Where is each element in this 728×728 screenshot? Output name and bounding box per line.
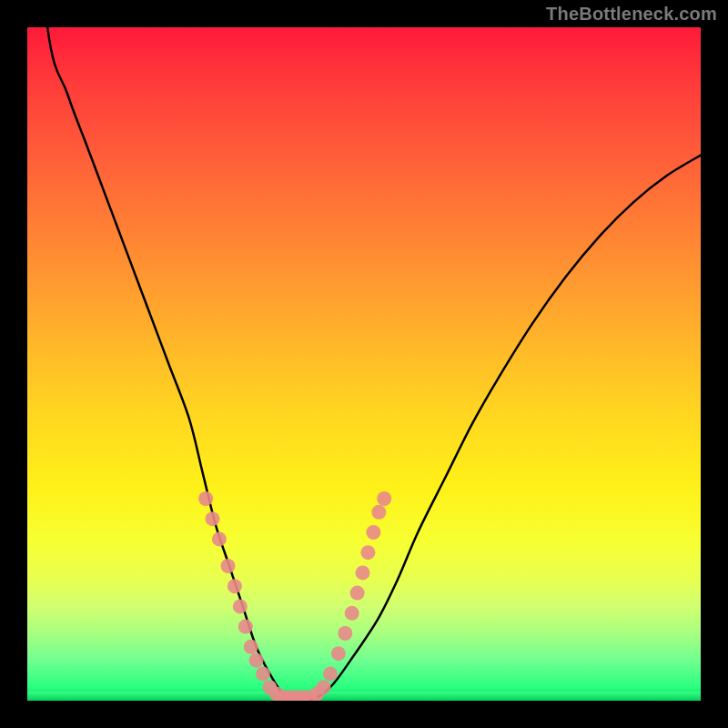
highlight-dot (256, 666, 270, 681)
bottleneck-curve-svg (27, 27, 701, 701)
highlight-dot (244, 640, 258, 654)
highlight-dot (366, 525, 380, 540)
highlight-dot (233, 599, 248, 613)
highlight-dot (198, 491, 213, 506)
highlight-dot (350, 586, 365, 601)
highlight-dot (345, 606, 359, 621)
highlight-dot (331, 646, 346, 661)
highlight-dot (238, 620, 253, 634)
highlight-dot (317, 680, 331, 694)
highlight-dot (249, 653, 264, 668)
highlight-dot (221, 559, 236, 573)
watermark-text: TheBottleneck.com (546, 4, 717, 25)
highlight-dot (360, 545, 375, 560)
highlight-dot (323, 666, 338, 681)
highlight-dot (356, 565, 370, 580)
highlight-dot (377, 491, 391, 506)
highlight-dot (338, 626, 352, 641)
highlight-dot (228, 579, 242, 593)
highlight-dots-group (198, 491, 391, 701)
highlight-dot (371, 505, 386, 520)
highlight-dot (206, 511, 220, 526)
plot-area (27, 27, 701, 701)
bottleneck-curve-path (27, 27, 701, 701)
highlight-dot (212, 531, 227, 546)
chart-frame: TheBottleneck.com (0, 0, 728, 728)
